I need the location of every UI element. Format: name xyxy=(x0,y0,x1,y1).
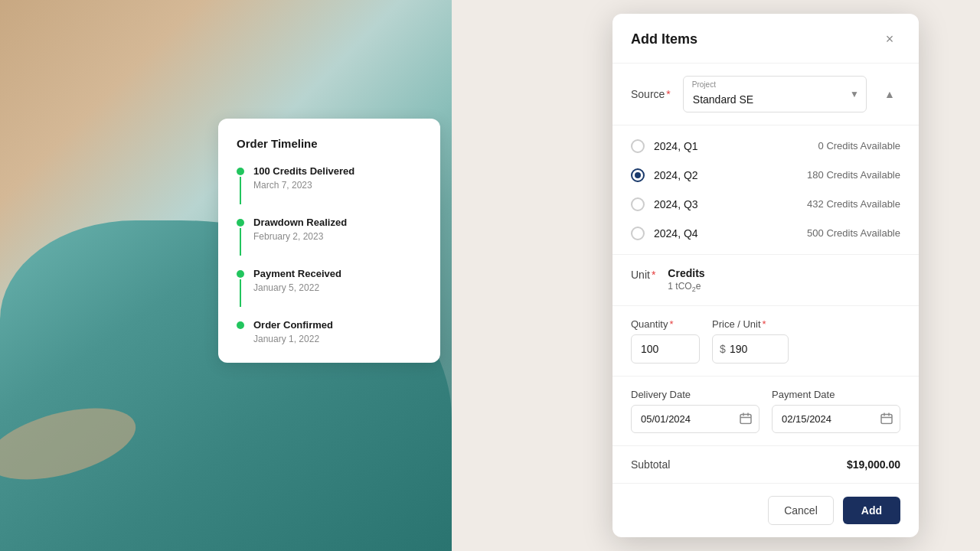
unit-label: Unit* xyxy=(631,269,655,281)
delivery-date-label: Delivery Date xyxy=(631,389,760,400)
price-label: Price / Unit* xyxy=(712,318,789,330)
credit-option-q3[interactable]: 2024, Q3 432 Credits Available xyxy=(631,190,900,219)
subtotal-row: Subtotal $19,000.00 xyxy=(612,446,919,484)
quantity-group: Quantity* xyxy=(631,318,700,364)
collapse-button[interactable]: ▲ xyxy=(879,83,900,105)
subtotal-label: Subtotal xyxy=(631,458,670,471)
source-row: Source* Project Standard SE ▼ ▲ xyxy=(612,64,919,126)
modal-overlay: Add Items × Source* Project Standard SE … xyxy=(0,0,980,551)
credit-period-q4: 2024, Q4 xyxy=(654,227,698,240)
currency-symbol: $ xyxy=(720,343,726,355)
credits-options: 2024, Q1 0 Credits Available 2024, Q2 18… xyxy=(612,126,919,255)
unit-description: 1 tCO2e xyxy=(668,281,900,293)
price-group: Price / Unit* $ xyxy=(712,318,789,364)
modal-header: Add Items × xyxy=(612,14,919,64)
credit-period-q1: 2024, Q1 xyxy=(654,140,698,152)
close-button[interactable]: × xyxy=(879,29,900,51)
date-row: Delivery Date Payment Date xyxy=(612,377,919,446)
quantity-price-row: Quantity* Price / Unit* $ xyxy=(612,306,919,377)
add-items-modal: Add Items × Source* Project Standard SE … xyxy=(612,14,919,537)
credit-count-q3: 432 Credits Available xyxy=(807,198,900,210)
source-label: Source* xyxy=(631,88,671,100)
delivery-date-input[interactable] xyxy=(631,405,760,433)
credit-count-q1: 0 Credits Available xyxy=(818,140,900,152)
radio-q2[interactable] xyxy=(631,168,645,182)
modal-title: Add Items xyxy=(631,31,697,47)
source-select-wrapper: Project Standard SE ▼ xyxy=(683,76,867,112)
quantity-input[interactable] xyxy=(631,334,700,364)
payment-date-input[interactable] xyxy=(772,405,900,433)
required-star: * xyxy=(652,269,655,281)
delivery-date-group: Delivery Date xyxy=(631,389,760,433)
modal-footer: Cancel Add xyxy=(612,484,919,537)
credit-period-q2: 2024, Q2 xyxy=(654,169,698,181)
credit-option-q1[interactable]: 2024, Q1 0 Credits Available xyxy=(631,132,900,161)
credit-period-q3: 2024, Q3 xyxy=(654,198,698,210)
unit-type: Credits xyxy=(668,267,900,279)
credit-count-q2: 180 Credits Available xyxy=(807,169,900,181)
radio-q1[interactable] xyxy=(631,139,645,153)
quantity-label: Quantity* xyxy=(631,318,700,330)
radio-q3[interactable] xyxy=(631,197,645,211)
credit-option-q2[interactable]: 2024, Q2 180 Credits Available xyxy=(631,161,900,190)
add-button[interactable]: Add xyxy=(843,497,900,524)
chevron-up-icon: ▲ xyxy=(884,88,895,100)
cancel-button[interactable]: Cancel xyxy=(768,496,834,525)
credit-option-q4[interactable]: 2024, Q4 500 Credits Available xyxy=(631,219,900,248)
radio-q4[interactable] xyxy=(631,227,645,240)
subtotal-value: $19,000.00 xyxy=(847,458,900,471)
credit-count-q4: 500 Credits Available xyxy=(807,227,900,239)
unit-section: Unit* Credits 1 tCO2e xyxy=(612,255,919,306)
payment-date-group: Payment Date xyxy=(772,389,900,433)
project-label: Project xyxy=(692,80,716,89)
payment-date-label: Payment Date xyxy=(772,389,900,400)
required-star: * xyxy=(666,88,670,100)
